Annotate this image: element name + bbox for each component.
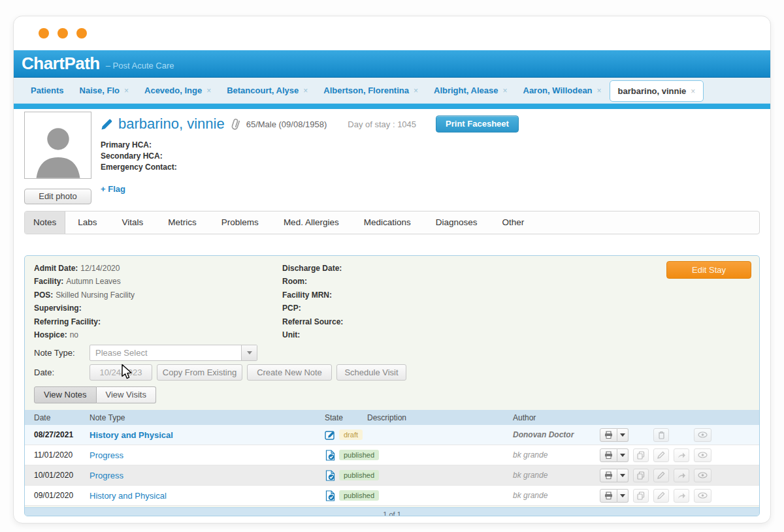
close-icon[interactable]: × xyxy=(414,86,418,95)
tab-metrics[interactable]: Metrics xyxy=(155,211,209,234)
create-new-note-button[interactable]: Create New Note xyxy=(247,364,332,381)
published-note-icon xyxy=(325,470,336,481)
patient-avatar xyxy=(24,112,91,179)
app-header: ChartPath – Post Acute Care xyxy=(14,50,770,78)
print-icon[interactable] xyxy=(600,469,617,482)
add-flag-link[interactable]: + Flag xyxy=(101,184,519,194)
window-control-dot[interactable] xyxy=(57,28,68,39)
patient-tab[interactable]: Naise, Flo × xyxy=(72,78,137,104)
trash-icon xyxy=(658,431,665,439)
patient-tab[interactable]: Acevedo, Inge × xyxy=(137,78,219,104)
forward-note-button[interactable] xyxy=(674,448,689,462)
pagination-bar: 1 of 1 xyxy=(25,507,759,516)
view-visits-button[interactable]: View Visits xyxy=(97,386,156,403)
draft-note-icon xyxy=(325,430,336,441)
pagination-text: 1 of 1 xyxy=(383,509,401,516)
app-window: ChartPath – Post Acute Care Patients Nai… xyxy=(13,16,771,524)
view-note-button[interactable] xyxy=(694,469,711,482)
eye-icon xyxy=(698,431,708,438)
edit-note-button[interactable] xyxy=(653,448,669,462)
day-of-stay: Day of stay : 1045 xyxy=(348,119,416,129)
eye-icon xyxy=(698,492,708,499)
close-icon[interactable]: × xyxy=(597,86,602,95)
view-note-button[interactable] xyxy=(694,448,711,462)
print-icon[interactable] xyxy=(600,428,617,442)
print-options-caret[interactable] xyxy=(617,469,629,482)
tab-med-allergies[interactable]: Med. Allergies xyxy=(271,211,351,234)
print-split-button[interactable] xyxy=(600,489,629,503)
close-icon[interactable]: × xyxy=(691,87,695,96)
state-badge: published xyxy=(339,470,379,480)
note-link[interactable]: History and Physical xyxy=(90,430,173,440)
forward-note-button[interactable] xyxy=(674,469,689,482)
eye-icon xyxy=(698,452,708,458)
print-split-button[interactable] xyxy=(600,469,629,482)
print-facesheet-button[interactable]: Print Facesheet xyxy=(436,116,519,133)
patient-tab[interactable]: Albertson, Florentina × xyxy=(316,78,426,104)
close-icon[interactable]: × xyxy=(206,86,211,95)
patient-tab-active[interactable]: barbarino, vinnie × xyxy=(610,80,704,102)
copy-from-existing-button[interactable]: Copy From Existing xyxy=(157,364,242,381)
edit-note-button[interactable] xyxy=(653,469,669,482)
view-notes-button[interactable]: View Notes xyxy=(34,386,97,403)
tab-diagnoses[interactable]: Diagnoses xyxy=(423,211,490,234)
copy-note-button[interactable] xyxy=(633,448,649,462)
emergency-contact-label: Emergency Contact: xyxy=(101,162,519,173)
date-picker-button[interactable]: 10/24/2023 xyxy=(90,364,152,381)
date-label: Date: xyxy=(34,368,90,377)
delete-note-button[interactable] xyxy=(653,428,669,442)
table-header: Date Note Type State Description Author xyxy=(25,410,759,425)
edit-note-button[interactable] xyxy=(653,489,669,503)
view-note-button[interactable] xyxy=(694,489,711,503)
patient-tab[interactable]: Aaron, Willodean × xyxy=(515,78,610,104)
window-control-dot[interactable] xyxy=(39,28,49,39)
schedule-visit-button[interactable]: Schedule Visit xyxy=(336,364,406,381)
paperclip-icon[interactable] xyxy=(228,116,243,132)
patient-tab[interactable]: Betancourt, Alyse × xyxy=(219,78,316,104)
print-icon[interactable] xyxy=(600,489,617,503)
published-note-icon xyxy=(325,490,336,501)
note-link[interactable]: History and Physical xyxy=(90,491,167,501)
state-badge: published xyxy=(339,490,379,501)
patient-age-dob: 65/Male (09/08/1958) xyxy=(246,119,327,129)
primary-hca-label: Primary HCA: xyxy=(101,140,519,151)
print-options-caret[interactable] xyxy=(617,428,629,442)
tab-notes[interactable]: Notes xyxy=(25,211,65,234)
view-note-button[interactable] xyxy=(694,428,711,442)
print-icon[interactable] xyxy=(600,448,617,462)
note-type-select[interactable]: Please Select xyxy=(90,345,257,361)
eye-icon xyxy=(698,472,708,478)
note-link[interactable]: Progress xyxy=(90,471,123,480)
select-caret-button[interactable] xyxy=(241,345,257,360)
forward-note-button[interactable] xyxy=(674,489,689,503)
tab-vitals[interactable]: Vitals xyxy=(110,211,156,234)
copy-note-button[interactable] xyxy=(633,469,649,482)
tab-medications[interactable]: Medications xyxy=(351,211,423,234)
print-split-button[interactable] xyxy=(600,448,629,462)
edit-stay-button[interactable]: Edit Stay xyxy=(666,261,751,279)
table-row: 11/01/2020 Progress published bk grande xyxy=(25,445,759,465)
window-control-dot[interactable] xyxy=(76,28,87,39)
tab-other[interactable]: Other xyxy=(490,211,537,234)
print-options-caret[interactable] xyxy=(617,489,629,503)
chevron-down-icon xyxy=(620,454,625,457)
chevron-down-icon xyxy=(620,494,625,497)
copy-note-button[interactable] xyxy=(633,489,649,503)
print-split-button[interactable] xyxy=(600,428,629,442)
print-options-caret[interactable] xyxy=(617,448,629,462)
patient-tab[interactable]: Albright, Alease × xyxy=(426,78,515,104)
close-icon[interactable]: × xyxy=(502,86,507,95)
published-note-icon xyxy=(325,450,336,461)
patient-tab-patients[interactable]: Patients xyxy=(23,78,72,104)
close-icon[interactable]: × xyxy=(124,86,129,95)
tab-problems[interactable]: Problems xyxy=(209,211,271,234)
secondary-hca-label: Secondary HCA: xyxy=(101,151,519,162)
table-row: 08/27/2021 History and Physical draft Do… xyxy=(25,425,759,445)
note-link[interactable]: Progress xyxy=(90,450,123,460)
close-icon[interactable]: × xyxy=(303,86,308,95)
edit-pencil-icon[interactable] xyxy=(101,118,113,131)
edit-photo-button[interactable]: Edit photo xyxy=(24,189,91,204)
person-silhouette-icon xyxy=(29,118,87,178)
copy-icon xyxy=(637,451,645,460)
tab-labs[interactable]: Labs xyxy=(65,211,109,234)
